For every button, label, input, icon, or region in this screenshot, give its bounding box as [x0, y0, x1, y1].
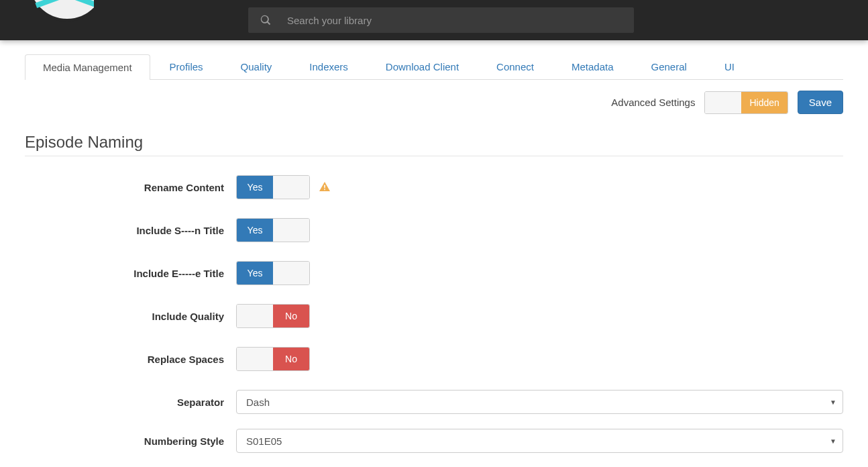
toggle-include-sn-title-value: Yes — [237, 219, 273, 242]
row-include-quality: Include Quality No — [25, 304, 843, 328]
select-separator[interactable]: Dash — [236, 390, 843, 414]
tab-download-client[interactable]: Download Client — [368, 54, 477, 79]
toggle-rename-content-value: Yes — [237, 176, 273, 199]
select-numbering-style[interactable]: S01E05 — [236, 429, 843, 453]
toggle-rename-content[interactable]: Yes — [236, 175, 310, 199]
label-numbering-style: Numbering Style — [25, 435, 236, 447]
tab-connect[interactable]: Connect — [478, 54, 552, 79]
toggle-include-quality-value: No — [273, 305, 309, 327]
advanced-toggle-hidden-seg: Hidden — [741, 92, 787, 113]
toggle-replace-spaces-value: No — [273, 348, 309, 370]
row-separator: Separator Dash ▼ — [25, 390, 843, 414]
tab-general[interactable]: General — [633, 54, 705, 79]
tab-metadata[interactable]: Metadata — [553, 54, 632, 79]
search-icon — [260, 15, 271, 25]
tab-indexers[interactable]: Indexers — [291, 54, 366, 79]
section-title-episode-naming: Episode Naming — [25, 133, 843, 156]
row-include-ep-title: Include E-----e Title Yes — [25, 261, 843, 285]
top-bar — [0, 0, 868, 40]
row-include-sn-title: Include S----n Title Yes — [25, 218, 843, 242]
row-rename-content: Rename Content Yes — [25, 175, 843, 199]
app-logo — [13, 0, 94, 40]
toggle-replace-spaces[interactable]: No — [236, 347, 310, 371]
row-numbering-style: Numbering Style S01E05 ▼ — [25, 429, 843, 453]
label-include-quality: Include Quality — [25, 311, 236, 322]
tab-ui[interactable]: UI — [706, 54, 753, 79]
label-separator: Separator — [25, 397, 236, 408]
search-input[interactable] — [287, 15, 622, 26]
search-box[interactable] — [248, 7, 634, 33]
label-include-sn-title: Include S----n Title — [25, 225, 236, 236]
label-rename-content: Rename Content — [25, 182, 236, 193]
settings-tabs: Media Management Profiles Quality Indexe… — [25, 54, 843, 80]
save-button[interactable]: Save — [798, 91, 843, 114]
toggle-include-quality[interactable]: No — [236, 304, 310, 328]
advanced-settings-label: Advanced Settings — [611, 97, 695, 108]
label-include-ep-title: Include E-----e Title — [25, 268, 236, 279]
toggle-include-ep-title[interactable]: Yes — [236, 261, 310, 285]
tab-profiles[interactable]: Profiles — [152, 54, 221, 79]
toggle-include-sn-title[interactable]: Yes — [236, 218, 310, 242]
tab-quality[interactable]: Quality — [223, 54, 290, 79]
advanced-settings-toggle[interactable]: Hidden — [704, 91, 788, 114]
label-replace-spaces: Replace Spaces — [25, 354, 236, 365]
advanced-toggle-shown-seg — [705, 92, 741, 113]
toggle-include-ep-title-value: Yes — [237, 262, 273, 284]
row-replace-spaces: Replace Spaces No — [25, 347, 843, 371]
warning-icon — [319, 181, 330, 194]
settings-actions-row: Advanced Settings Hidden Save — [25, 91, 843, 114]
tab-media-management[interactable]: Media Management — [25, 54, 150, 80]
